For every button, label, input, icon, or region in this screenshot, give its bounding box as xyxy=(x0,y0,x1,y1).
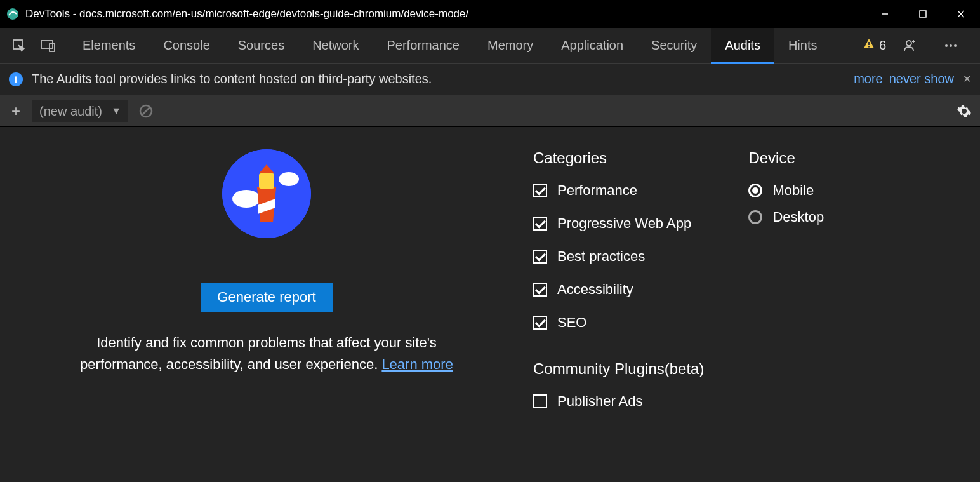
checkbox-label: Publisher Ads xyxy=(557,393,643,410)
devtools-toolbar: Elements Console Sources Network Perform… xyxy=(0,28,980,64)
app-icon xyxy=(6,8,19,20)
tab-application[interactable]: Application xyxy=(547,28,637,64)
info-links: more never show ✕ xyxy=(854,72,971,86)
generate-report-button[interactable]: Generate report xyxy=(201,283,332,312)
radio-mobile[interactable]: Mobile xyxy=(748,182,824,199)
info-icon: i xyxy=(9,72,23,86)
info-text: The Audits tool provides links to conten… xyxy=(32,72,854,86)
checkbox-publisher-ads[interactable]: Publisher Ads xyxy=(533,393,704,410)
svg-rect-19 xyxy=(259,173,274,189)
toolbar-right: 6 xyxy=(863,33,974,58)
feedback-icon[interactable] xyxy=(897,33,923,58)
checkbox-best-practices[interactable]: Best practices xyxy=(533,248,704,265)
radio-label: Mobile xyxy=(772,182,814,199)
device-column: Device Mobile Desktop xyxy=(748,149,824,469)
checkbox-label: Accessibility xyxy=(557,281,633,298)
more-options-icon[interactable] xyxy=(938,33,963,58)
audits-options: Categories Performance Progressive Web A… xyxy=(520,149,824,469)
radio-label: Desktop xyxy=(772,209,824,225)
lighthouse-logo xyxy=(222,149,311,238)
checkbox-accessibility[interactable]: Accessibility xyxy=(533,281,704,298)
clear-button[interactable] xyxy=(136,102,156,121)
svg-rect-8 xyxy=(868,42,870,45)
audits-description: Identify and fix common problems that af… xyxy=(70,332,463,375)
tab-security[interactable]: Security xyxy=(637,28,711,64)
devtools-tabs: Elements Console Sources Network Perform… xyxy=(69,28,863,64)
svg-point-0 xyxy=(7,8,18,20)
tab-elements[interactable]: Elements xyxy=(69,28,149,64)
svg-point-11 xyxy=(945,44,948,47)
radio-icon xyxy=(748,184,762,197)
close-button[interactable] xyxy=(942,0,980,28)
svg-point-18 xyxy=(279,172,299,186)
warning-icon xyxy=(863,37,875,53)
warning-count: 6 xyxy=(879,38,886,53)
audit-select-wrap: (new audit) ▼ xyxy=(32,100,128,122)
community-group: Publisher Ads xyxy=(533,393,704,410)
checkbox-icon xyxy=(533,283,547,297)
tab-memory[interactable]: Memory xyxy=(473,28,547,64)
info-more-link[interactable]: more xyxy=(854,72,883,86)
tab-network[interactable]: Network xyxy=(298,28,373,64)
checkbox-icon xyxy=(533,394,547,408)
audit-select[interactable]: (new audit) xyxy=(32,100,128,122)
window-titlebar: DevTools - docs.microsoft.com/en-us/micr… xyxy=(0,0,980,28)
radio-desktop[interactable]: Desktop xyxy=(748,209,824,225)
tab-console[interactable]: Console xyxy=(149,28,223,64)
info-close-icon[interactable]: ✕ xyxy=(963,73,971,85)
maximize-button[interactable] xyxy=(904,0,942,28)
svg-point-17 xyxy=(232,190,260,208)
checkbox-label: Progressive Web App xyxy=(557,215,691,232)
device-title: Device xyxy=(748,149,824,167)
window-title: DevTools - docs.microsoft.com/en-us/micr… xyxy=(25,8,866,20)
svg-rect-7 xyxy=(50,44,55,51)
svg-rect-6 xyxy=(41,41,53,48)
svg-point-10 xyxy=(906,41,911,46)
checkbox-label: Performance xyxy=(557,182,637,199)
audits-toolbar: + (new audit) ▼ xyxy=(0,95,980,127)
window-controls xyxy=(866,0,980,28)
svg-point-13 xyxy=(954,44,957,47)
categories-title: Categories xyxy=(533,149,704,167)
categories-group: Performance Progressive Web App Best pra… xyxy=(533,182,704,331)
audits-intro: Generate report Identify and fix common … xyxy=(13,149,520,469)
svg-point-12 xyxy=(950,44,952,47)
checkbox-icon xyxy=(533,316,547,330)
svg-rect-9 xyxy=(868,46,870,48)
checkbox-seo[interactable]: SEO xyxy=(533,314,704,331)
checkbox-pwa[interactable]: Progressive Web App xyxy=(533,215,704,232)
settings-button[interactable] xyxy=(955,102,974,121)
radio-icon xyxy=(748,210,762,224)
tab-sources[interactable]: Sources xyxy=(224,28,298,64)
categories-column: Categories Performance Progressive Web A… xyxy=(533,149,704,469)
tab-audits[interactable]: Audits xyxy=(711,28,774,64)
new-audit-button[interactable]: + xyxy=(6,102,25,121)
checkbox-performance[interactable]: Performance xyxy=(533,182,704,199)
checkbox-icon xyxy=(533,184,547,197)
info-never-show-link[interactable]: never show xyxy=(889,72,954,86)
checkbox-label: SEO xyxy=(557,314,586,331)
device-group: Mobile Desktop xyxy=(748,182,824,225)
checkbox-icon xyxy=(533,250,547,264)
checkbox-label: Best practices xyxy=(557,248,645,265)
info-bar: i The Audits tool provides links to cont… xyxy=(0,64,980,95)
tab-hints[interactable]: Hints xyxy=(774,28,831,64)
device-toggle-icon[interactable] xyxy=(36,33,61,58)
tab-performance[interactable]: Performance xyxy=(373,28,474,64)
svg-line-15 xyxy=(142,107,150,115)
inspect-element-icon[interactable] xyxy=(6,33,32,58)
learn-more-link[interactable]: Learn more xyxy=(381,356,453,372)
community-plugins-title: Community Plugins(beta) xyxy=(533,360,704,378)
svg-rect-2 xyxy=(920,11,926,17)
checkbox-icon xyxy=(533,217,547,231)
minimize-button[interactable] xyxy=(866,0,904,28)
warnings-badge[interactable]: 6 xyxy=(863,37,886,53)
audits-panel: Generate report Identify and fix common … xyxy=(0,127,980,482)
